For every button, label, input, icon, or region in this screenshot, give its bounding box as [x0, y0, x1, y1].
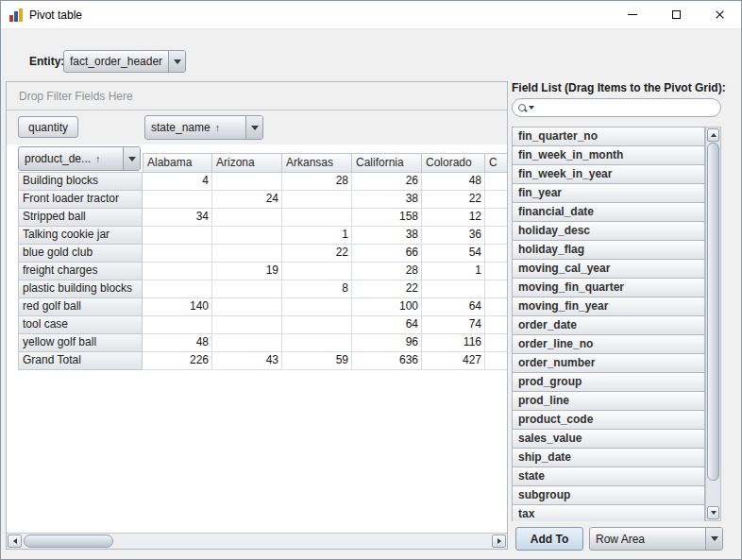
scroll-down-button[interactable]: [707, 506, 719, 519]
field-list-item[interactable]: subgroup: [512, 485, 705, 505]
scroll-left-button[interactable]: [8, 535, 22, 548]
data-field-button[interactable]: quantity: [18, 116, 78, 138]
pivot-cell: [422, 280, 485, 298]
column-header[interactable]: C: [485, 153, 507, 172]
scroll-up-button[interactable]: [707, 128, 719, 142]
field-list-item[interactable]: moving_cal_year: [512, 259, 705, 279]
field-list-scrollbar-thumb[interactable]: [707, 143, 719, 481]
field-list-item[interactable]: order_line_no: [512, 334, 705, 354]
row-header[interactable]: tool case: [18, 316, 143, 334]
pivot-row: Building blocks4282648: [18, 173, 507, 191]
pivot-cell: 43: [212, 352, 282, 370]
column-field-text: state_name: [151, 121, 211, 134]
row-header[interactable]: plastic building blocks: [18, 280, 143, 298]
triangle-down-icon: [711, 511, 717, 515]
field-list-item[interactable]: state: [512, 467, 705, 486]
pivot-cell: 48: [422, 173, 485, 191]
field-list-item[interactable]: holiday_flag: [512, 240, 705, 260]
entity-value: fact_order_header: [64, 51, 168, 72]
chevron-down-icon[interactable]: [705, 528, 722, 550]
column-header[interactable]: Arkansas: [282, 153, 352, 172]
column-header[interactable]: Colorado: [422, 153, 485, 172]
row-header[interactable]: Building blocks: [18, 173, 143, 191]
column-field-combobox[interactable]: state_name ↑: [144, 115, 263, 140]
field-list-item[interactable]: product_code: [512, 410, 705, 430]
scroll-right-button[interactable]: [492, 535, 506, 548]
app-icon: [8, 8, 24, 23]
pivot-cell: [485, 173, 507, 191]
triangle-down-icon: [251, 126, 259, 130]
field-list-item[interactable]: moving_fin_quarter: [512, 278, 705, 297]
horizontal-scrollbar[interactable]: [7, 533, 507, 549]
pivot-cell: 158: [352, 209, 422, 227]
pivot-row: tool case6474: [18, 316, 507, 334]
field-list-item[interactable]: prod_group: [512, 372, 705, 392]
sort-ascending-icon: ↑: [95, 153, 101, 164]
column-header[interactable]: Arizona: [212, 153, 282, 172]
field-list-item[interactable]: holiday_desc: [512, 221, 705, 241]
pivot-cell: [282, 209, 352, 227]
field-list-item[interactable]: ship_date: [512, 448, 705, 467]
pivot-row: Grand Total2264359636427: [18, 352, 507, 370]
field-search-box[interactable]: [512, 98, 721, 117]
pivot-cell: 226: [143, 352, 212, 370]
row-header[interactable]: Grand Total: [18, 352, 143, 370]
field-list-item[interactable]: fin_quarter_no: [512, 127, 705, 146]
pivot-column-header-row: product_de... ↑ AlabamaArizonaArkansasCa…: [18, 144, 507, 173]
row-header[interactable]: yellow golf ball: [18, 334, 143, 352]
column-header[interactable]: Alabama: [143, 153, 212, 172]
search-options-caret-icon[interactable]: [529, 106, 534, 110]
column-header[interactable]: California: [352, 153, 422, 172]
window-controls: [611, 1, 741, 28]
pivot-cell: 636: [352, 352, 422, 370]
triangle-down-icon: [711, 536, 718, 541]
field-list-scrollbar[interactable]: [705, 127, 721, 521]
entity-combobox[interactable]: fact_order_header: [63, 50, 186, 73]
triangle-down-icon: [174, 59, 181, 64]
pivot-row: red golf ball14010064: [18, 298, 507, 316]
field-list-item[interactable]: financial_date: [512, 202, 705, 222]
horizontal-scrollbar-thumb[interactable]: [24, 535, 113, 548]
field-list-item[interactable]: fin_week_in_month: [512, 145, 705, 165]
row-field-combobox[interactable]: product_de... ↑: [18, 146, 141, 171]
pivot-rows: Building blocks4282648Front loader tract…: [18, 173, 507, 370]
row-header[interactable]: Stripped ball: [18, 209, 143, 227]
close-button[interactable]: [698, 1, 741, 28]
row-header[interactable]: red golf ball: [18, 298, 143, 316]
field-list-item[interactable]: moving_fin_year: [512, 297, 705, 316]
field-list: fin_quarter_nofin_week_in_monthfin_week_…: [512, 127, 721, 521]
window-content: Entity: fact_order_header Drop Filter Fi…: [1, 29, 741, 559]
field-list-item[interactable]: fin_year: [512, 183, 705, 203]
maximize-button[interactable]: [654, 1, 698, 28]
field-list-item[interactable]: sales_value: [512, 429, 705, 449]
chevron-down-icon[interactable]: [168, 51, 185, 72]
target-area-combobox[interactable]: Row Area: [589, 527, 723, 551]
field-list-item[interactable]: fin_week_in_year: [512, 164, 705, 184]
filter-drop-zone[interactable]: Drop Filter Fields Here: [7, 82, 507, 110]
row-header[interactable]: Front loader tractor: [18, 191, 143, 209]
column-headers: AlabamaArizonaArkansasCaliforniaColorado…: [143, 153, 507, 172]
field-list-title: Field List (Drag Items to the Pivot Grid…: [512, 81, 726, 94]
pivot-cell: [212, 334, 282, 352]
field-list-item[interactable]: prod_line: [512, 391, 705, 411]
row-header[interactable]: freight charges: [18, 263, 143, 280]
field-list-item[interactable]: tax: [512, 504, 705, 521]
pivot-cell: [485, 245, 507, 263]
pivot-cell: 48: [143, 334, 212, 352]
pivot-cell: [143, 245, 212, 263]
minimize-button[interactable]: [611, 1, 654, 28]
pivot-corner: product_de... ↑: [18, 144, 143, 172]
pivot-row: blue gold club226654: [18, 245, 507, 263]
pivot-cell: [212, 209, 282, 227]
add-to-button[interactable]: Add To: [515, 527, 583, 551]
pivot-cell: [485, 298, 507, 316]
pivot-cell: 22: [282, 245, 352, 263]
field-list-item[interactable]: order_date: [512, 315, 705, 335]
entity-label: Entity:: [29, 55, 64, 68]
field-list-item[interactable]: order_number: [512, 353, 705, 373]
column-field-dropdown[interactable]: [245, 116, 262, 139]
row-header[interactable]: Talking cookie jar: [18, 227, 143, 245]
row-header[interactable]: blue gold club: [18, 245, 143, 263]
field-search-input[interactable]: [538, 100, 715, 115]
row-field-dropdown[interactable]: [123, 147, 140, 170]
